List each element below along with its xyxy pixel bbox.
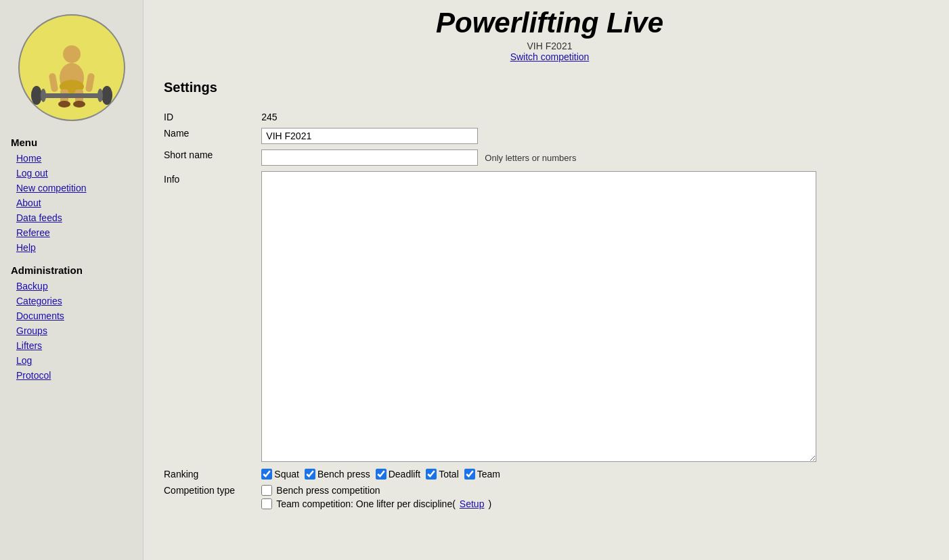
svg-point-11	[31, 86, 42, 105]
settings-title: Settings	[164, 80, 935, 95]
short-name-label: Short name	[164, 147, 261, 168]
id-label: ID	[164, 109, 261, 125]
ranking-total-label: Total	[439, 469, 459, 480]
sidebar-item-protocol[interactable]: Protocol	[0, 368, 62, 383]
logo-image	[18, 14, 126, 122]
name-row: Name	[164, 125, 935, 147]
svg-point-2	[63, 45, 81, 63]
comp-type-bench-press-label: Bench press competition	[276, 485, 380, 496]
ranking-team-checkbox[interactable]	[464, 469, 475, 480]
sidebar-item-home[interactable]: Home	[0, 151, 52, 166]
comp-type-bench-press[interactable]: Bench press competition	[261, 485, 930, 496]
settings-form: ID 245 Name Short name Only letters or n…	[164, 109, 935, 512]
comp-type-team-suffix: )	[488, 498, 491, 509]
ranking-bench-press[interactable]: Bench press	[305, 469, 370, 480]
comp-type-team-label: Team competition: One lifter per discipl…	[276, 498, 456, 509]
logo-container	[0, 7, 143, 133]
id-row: ID 245	[164, 109, 935, 125]
short-name-hint: Only letters or numbers	[485, 153, 576, 163]
sidebar-item-about[interactable]: About	[0, 195, 52, 210]
comp-type-label: Competition type	[164, 482, 261, 512]
sidebar-item-help[interactable]: Help	[0, 240, 47, 255]
info-label: Info	[164, 168, 261, 465]
name-label: Name	[164, 125, 261, 147]
sidebar-item-groups[interactable]: Groups	[0, 323, 58, 338]
info-textarea[interactable]	[261, 171, 816, 462]
ranking-squat[interactable]: Squat	[261, 469, 299, 480]
comp-type-team-checkbox[interactable]	[261, 498, 272, 509]
ranking-team-label: Team	[477, 469, 500, 480]
ranking-deadlift-label: Deadlift	[389, 469, 420, 480]
svg-point-12	[102, 86, 112, 105]
setup-link[interactable]: Setup	[460, 498, 485, 509]
svg-point-6	[58, 101, 70, 108]
competition-name: VIH F2021	[164, 41, 935, 51]
id-value: 245	[261, 108, 277, 122]
ranking-row: Ranking Squat Bench press Deadlift	[164, 465, 935, 482]
sidebar-item-new-competition[interactable]: New competition	[0, 181, 97, 195]
ranking-deadlift[interactable]: Deadlift	[376, 469, 420, 480]
app-title: Powerlifting Live	[164, 7, 935, 39]
short-name-input[interactable]	[261, 149, 478, 166]
ranking-bench-press-label: Bench press	[317, 469, 370, 480]
sidebar: Menu Home Log out New competition About …	[0, 0, 144, 560]
ranking-total-checkbox[interactable]	[426, 469, 437, 480]
info-row: Info	[164, 168, 935, 465]
switch-competition-link[interactable]: Switch competition	[510, 51, 590, 62]
menu-heading: Menu	[0, 133, 48, 151]
comp-type-team[interactable]: Team competition: One lifter per discipl…	[261, 498, 930, 509]
svg-point-14	[97, 89, 103, 102]
sidebar-item-referee[interactable]: Referee	[0, 225, 61, 240]
header: Powerlifting Live VIH F2021 Switch compe…	[164, 0, 935, 73]
ranking-deadlift-checkbox[interactable]	[376, 469, 387, 480]
short-name-row: Short name Only letters or numbers	[164, 147, 935, 168]
comp-type-bench-press-checkbox[interactable]	[261, 485, 272, 496]
comp-type-row: Competition type Bench press competition…	[164, 482, 935, 512]
ranking-team[interactable]: Team	[464, 469, 500, 480]
name-input[interactable]	[261, 128, 478, 144]
main-content: Powerlifting Live VIH F2021 Switch compe…	[144, 0, 949, 560]
ranking-label: Ranking	[164, 465, 261, 482]
ranking-squat-checkbox[interactable]	[261, 469, 272, 480]
svg-point-13	[41, 89, 46, 102]
ranking-bench-press-checkbox[interactable]	[305, 469, 315, 480]
sidebar-item-documents[interactable]: Documents	[0, 308, 75, 323]
svg-point-7	[73, 101, 85, 108]
sidebar-item-log[interactable]: Log	[0, 353, 43, 368]
ranking-items: Squat Bench press Deadlift Total	[261, 469, 930, 480]
sidebar-item-data-feeds[interactable]: Data feeds	[0, 210, 73, 225]
ranking-total[interactable]: Total	[426, 469, 459, 480]
sidebar-item-logout[interactable]: Log out	[0, 166, 59, 181]
admin-heading: Administration	[0, 260, 93, 279]
sidebar-item-backup[interactable]: Backup	[0, 279, 59, 294]
comp-type-options: Bench press competition Team competition…	[261, 485, 930, 509]
ranking-squat-label: Squat	[274, 469, 299, 480]
sidebar-item-categories[interactable]: Categories	[0, 294, 73, 308]
sidebar-item-lifters[interactable]: Lifters	[0, 338, 53, 353]
